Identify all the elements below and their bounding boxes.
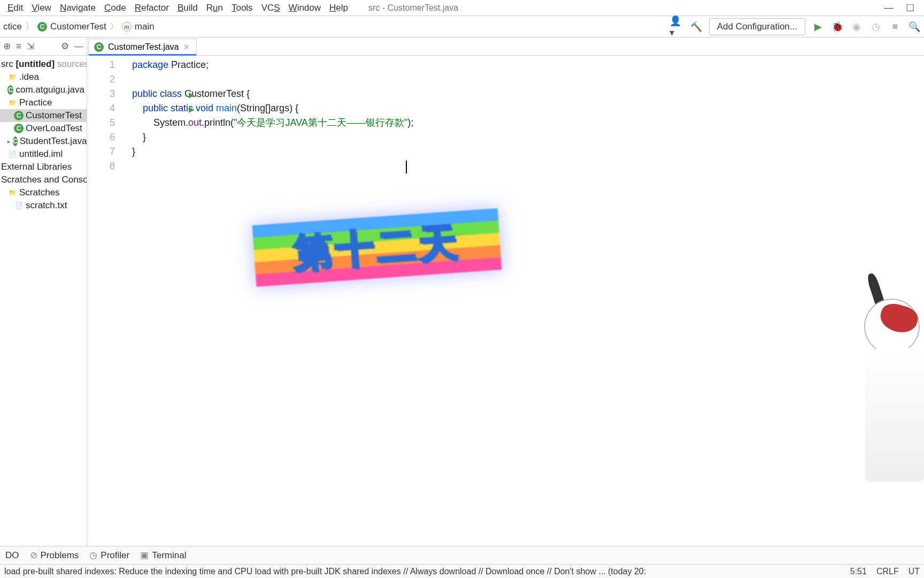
file-icon: 📄 [7, 149, 17, 159]
menu-edit[interactable]: Edit [3, 1, 27, 16]
tree-item[interactable]: 📁Scratches [0, 186, 87, 199]
breadcrumb: ctice 〉 C CustomerTest 〉 m main [0, 20, 155, 33]
menu-view[interactable]: View [27, 1, 56, 16]
editor-tab[interactable]: C CustomerTest.java ✕ [88, 39, 197, 55]
tree-item-label: Practice [19, 97, 52, 108]
tree-item-label: com.atguigu.java [16, 85, 84, 95]
stop-icon[interactable]: ■ [888, 19, 903, 34]
tree-item[interactable]: 📄scratch.txt [0, 199, 87, 212]
window-title: src - CustomerTest.java [368, 3, 458, 13]
editor-tabs: C CustomerTest.java ✕ [87, 37, 924, 56]
status-message[interactable]: load pre-built shared indexes: Reduce th… [4, 567, 841, 576]
debug-icon[interactable]: 🐞 [830, 19, 845, 34]
folder-icon: 📁 [7, 188, 17, 197]
file-icon: 📄 [14, 201, 24, 210]
menu-tools[interactable]: Tools [227, 1, 257, 16]
caret-position[interactable]: 5:51 [850, 567, 867, 576]
tree-item-label: .idea [19, 72, 39, 82]
profiler-icon: ◷ [89, 550, 97, 561]
status-bar: load pre-built shared indexes: Reduce th… [0, 564, 924, 578]
menu-build[interactable]: Build [173, 1, 202, 16]
problems-icon: ⊘ [30, 550, 37, 561]
menu-help[interactable]: Help [325, 1, 352, 16]
run-configuration-selector[interactable]: Add Configuration... [709, 18, 805, 35]
class-icon: C [14, 124, 24, 133]
tree-root-label: src [untitled] sources r [1, 59, 87, 70]
minimize-icon[interactable]: — [878, 2, 899, 13]
editor-area: C CustomerTest.java ✕ 12345678 ▶ ▶ packa… [87, 37, 924, 546]
breadcrumb-method[interactable]: main [135, 21, 155, 32]
text-cursor [406, 161, 407, 173]
tree-scratches[interactable]: Scratches and Consoles [0, 173, 87, 186]
tree-item-label: untitled.iml [19, 149, 63, 159]
expand-all-icon[interactable]: ≡ [16, 41, 21, 52]
terminal-tab[interactable]: ▣Terminal [140, 550, 186, 561]
select-opened-icon[interactable]: ⊕ [3, 41, 11, 52]
project-tool-window: ⊕ ≡ ⇲ ⚙ — src [untitled] sources r 📁.ide… [0, 37, 87, 546]
chevron-right-icon: 〉 [25, 20, 34, 33]
menu-window[interactable]: Window [284, 1, 325, 16]
navigation-bar: ctice 〉 C CustomerTest 〉 m main 👤▾ 🔨 Add… [0, 16, 924, 37]
class-icon: C [7, 85, 13, 95]
tree-item-label: Scratches [19, 187, 60, 198]
project-toolbar: ⊕ ≡ ⇲ ⚙ — [0, 37, 87, 56]
breadcrumb-pkg[interactable]: ctice [3, 21, 22, 32]
breadcrumb-class[interactable]: CustomerTest [50, 21, 106, 32]
user-icon[interactable]: 👤▾ [669, 19, 684, 34]
chevron-right-icon[interactable]: ▸ [7, 138, 11, 145]
mascot-character [854, 235, 924, 460]
terminal-icon: ▣ [140, 550, 149, 561]
coverage-icon[interactable]: ◉ [849, 19, 864, 34]
class-icon: C [14, 111, 24, 120]
tree-item-label: StudentTest.java [20, 136, 87, 147]
code-editor[interactable]: 12345678 ▶ ▶ package Practice; public cl… [87, 56, 924, 546]
file-encoding[interactable]: UT [908, 567, 920, 576]
chevron-right-icon: 〉 [110, 20, 119, 33]
close-icon[interactable]: ✕ [183, 43, 190, 51]
folder-icon: 📁 [7, 98, 17, 108]
tree-root[interactable]: src [untitled] sources r [0, 58, 87, 71]
tree-item[interactable]: Ccom.atguigu.java [0, 83, 87, 96]
tree-item[interactable]: 📁.idea [0, 71, 87, 83]
tree-item-label: scratch.txt [26, 200, 67, 211]
folder-icon: 📁 [7, 72, 17, 82]
class-icon: C [13, 136, 18, 146]
menu-run[interactable]: Run [202, 1, 227, 16]
tree-item[interactable]: 📁Practice [0, 96, 87, 109]
tool-window-bar: DO ⊘Problems ◷Profiler ▣Terminal [0, 546, 924, 564]
tree-external-libraries[interactable]: External Libraries [0, 161, 87, 173]
profile-icon[interactable]: ◷ [868, 19, 883, 34]
tree-item[interactable]: COverLoadTest [0, 122, 87, 135]
code-content[interactable]: package Practice; public class CustomerT… [119, 56, 413, 546]
run-gutter-icon[interactable]: ▶ [189, 88, 195, 102]
tab-label: CustomerTest.java [108, 42, 179, 52]
project-tree[interactable]: src [untitled] sources r 📁.idea Ccom.atg… [0, 56, 87, 214]
gear-icon[interactable]: ⚙ [61, 41, 69, 52]
profiler-tab[interactable]: ◷Profiler [89, 550, 129, 561]
maximize-icon[interactable]: ☐ [899, 2, 921, 14]
menu-vcs[interactable]: VCS [257, 1, 284, 16]
todo-tab[interactable]: DO [5, 550, 19, 561]
run-gutter-icon[interactable]: ▶ [189, 102, 195, 117]
menu-navigate[interactable]: Navigate [56, 1, 100, 16]
tree-item-label: CustomerTest [26, 110, 82, 121]
class-icon: C [94, 42, 104, 52]
menu-bar: Edit View Navigate Code Refactor Build R… [0, 0, 924, 16]
menu-code[interactable]: Code [100, 1, 130, 16]
tree-item[interactable]: 📄untitled.iml [0, 148, 87, 161]
search-icon[interactable]: 🔍 [907, 19, 922, 34]
menu-refactor[interactable]: Refactor [130, 1, 173, 16]
gutter: 12345678 [87, 56, 119, 546]
line-separator[interactable]: CRLF [876, 567, 899, 576]
method-icon: m [122, 22, 132, 32]
tree-item[interactable]: ▸CStudentTest.java [0, 135, 87, 148]
collapse-all-icon[interactable]: ⇲ [27, 41, 34, 52]
tree-item-label: OverLoadTest [26, 123, 82, 134]
run-icon[interactable]: ▶ [811, 19, 826, 34]
tree-item-selected[interactable]: CCustomerTest [0, 109, 87, 122]
hammer-icon[interactable]: 🔨 [689, 19, 704, 34]
problems-tab[interactable]: ⊘Problems [30, 550, 79, 561]
hide-icon[interactable]: — [74, 41, 83, 52]
class-icon: C [37, 22, 47, 32]
